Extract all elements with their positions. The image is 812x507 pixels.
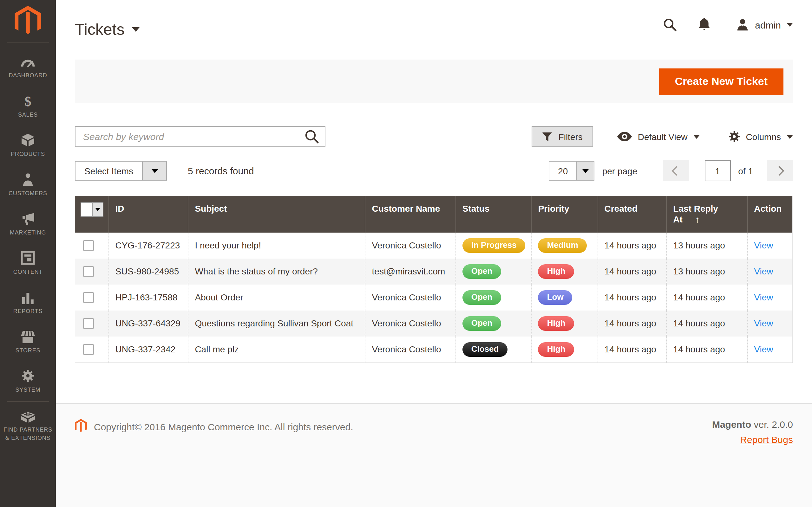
- priority-badge: High: [538, 316, 574, 331]
- per-page-value: 20: [550, 162, 576, 180]
- chevron-right-icon: [774, 166, 784, 176]
- toolbar-divider: [714, 128, 714, 145]
- cell-created: 14 hours ago: [598, 232, 666, 258]
- sidebar-item-label: DASHBOARD: [9, 72, 47, 79]
- sidebar-item-reports[interactable]: REPORTS: [0, 283, 56, 323]
- view-link[interactable]: View: [754, 240, 773, 250]
- cell-subject: What is the status of my order?: [188, 258, 365, 284]
- page-title-caret-icon[interactable]: [132, 27, 140, 32]
- column-header-last-reply-at[interactable]: Last Reply At↑: [666, 196, 747, 232]
- cell-priority: High: [531, 310, 598, 336]
- magento-logo[interactable]: [0, 0, 56, 43]
- select-all-dropdown[interactable]: [92, 203, 103, 216]
- select-all-checkbox[interactable]: [81, 203, 92, 216]
- report-bugs-link[interactable]: Report Bugs: [740, 434, 793, 445]
- cell-priority: Low: [531, 284, 598, 310]
- previous-page-button[interactable]: [663, 160, 689, 181]
- magento-footer-logo: [75, 418, 87, 435]
- tickets-grid: IDSubjectCustomer NameStatusPriorityCrea…: [75, 196, 793, 363]
- cell-last-reply: 14 hours ago: [666, 310, 747, 336]
- keyword-search-input[interactable]: [75, 126, 325, 147]
- columns-gear-icon: [728, 130, 740, 143]
- select-all-header: [75, 196, 108, 232]
- cell-id: UNG-337-2342: [108, 336, 188, 362]
- status-badge: In Progress: [462, 238, 525, 252]
- copyright-text: Copyright© 2016 Magento Commerce Inc. Al…: [94, 421, 353, 432]
- sidebar-item-label: SYSTEM: [15, 386, 41, 394]
- cell-customer-name: test@mirasvit.com: [365, 258, 456, 284]
- row-checkbox[interactable]: [83, 240, 94, 251]
- notifications-bell-icon[interactable]: [698, 18, 711, 32]
- sidebar-item-system[interactable]: SYSTEM: [0, 362, 56, 401]
- admin-username: admin: [755, 19, 781, 30]
- current-page-input[interactable]: [705, 160, 730, 181]
- next-page-button[interactable]: [767, 160, 793, 181]
- cell-status: Open: [456, 258, 531, 284]
- column-header-customer-name[interactable]: Customer Name: [365, 196, 456, 232]
- table-header-row: IDSubjectCustomer NameStatusPriorityCrea…: [75, 196, 793, 232]
- mass-action-dropdown[interactable]: [142, 162, 166, 180]
- priority-badge: Medium: [538, 238, 587, 252]
- table-row: SUS-980-24985What is the status of my or…: [75, 258, 793, 284]
- admin-avatar-icon: [736, 18, 749, 32]
- view-switcher[interactable]: Default View: [618, 131, 700, 142]
- view-link[interactable]: View: [754, 266, 773, 276]
- column-header-status[interactable]: Status: [456, 196, 531, 232]
- cell-last-reply: 13 hours ago: [666, 232, 747, 258]
- filters-button[interactable]: Filters: [532, 126, 594, 147]
- cell-created: 14 hours ago: [598, 336, 666, 362]
- row-checkbox[interactable]: [83, 344, 94, 355]
- column-header-subject[interactable]: Subject: [188, 196, 365, 232]
- sidebar-item-products[interactable]: PRODUCTS: [0, 126, 56, 165]
- row-checkbox-cell: [75, 258, 108, 284]
- cell-id: CYG-176-27223: [108, 232, 188, 258]
- cell-action: View: [747, 258, 793, 284]
- total-pages-text: of 1: [738, 166, 753, 176]
- sidebar-item-label: SALES: [18, 111, 38, 119]
- create-new-ticket-button[interactable]: Create New Ticket: [659, 68, 783, 95]
- cell-priority: Medium: [531, 232, 598, 258]
- cell-created: 14 hours ago: [598, 284, 666, 310]
- version-text: Magento ver. 2.0.0: [712, 418, 793, 429]
- column-header-id[interactable]: ID: [108, 196, 188, 232]
- table-body: CYG-176-27223I need your help!Veronica C…: [75, 232, 793, 362]
- sidebar-item-dashboard[interactable]: DASHBOARD: [0, 48, 56, 87]
- row-checkbox[interactable]: [83, 292, 94, 303]
- sidebar-item-find-partners[interactable]: FIND PARTNERS & EXTENSIONS: [0, 402, 56, 449]
- sidebar-item-customers[interactable]: CUSTOMERS: [0, 165, 56, 205]
- column-header-action[interactable]: Action: [747, 196, 793, 232]
- per-page-dropdown[interactable]: [576, 162, 594, 180]
- admin-account-menu[interactable]: admin: [736, 18, 793, 32]
- customers-person-icon: [21, 173, 35, 187]
- sidebar-item-stores[interactable]: STORES: [0, 323, 56, 362]
- select-all-control[interactable]: [81, 202, 103, 217]
- search-submit-icon[interactable]: [305, 129, 319, 147]
- sidebar-item-content[interactable]: CONTENT: [0, 244, 56, 283]
- global-search-icon[interactable]: [663, 18, 677, 32]
- per-page-select[interactable]: 20: [549, 161, 595, 181]
- cell-action: View: [747, 336, 793, 362]
- row-checkbox[interactable]: [83, 266, 94, 277]
- sidebar-item-sales[interactable]: $ SALES: [0, 87, 56, 126]
- page-actions-bar: Create New Ticket: [75, 60, 793, 103]
- row-checkbox[interactable]: [83, 318, 94, 329]
- row-checkbox-cell: [75, 232, 108, 258]
- system-gear-icon: [21, 369, 35, 383]
- mass-action-select[interactable]: Select Items: [75, 161, 167, 181]
- status-badge: Open: [462, 264, 501, 279]
- column-header-created[interactable]: Created: [598, 196, 666, 232]
- view-link[interactable]: View: [754, 318, 773, 328]
- cell-created: 14 hours ago: [598, 258, 666, 284]
- view-link[interactable]: View: [754, 292, 773, 302]
- row-checkbox-cell: [75, 310, 108, 336]
- columns-label: Columns: [746, 131, 781, 142]
- view-link[interactable]: View: [754, 344, 773, 354]
- sidebar-item-marketing[interactable]: MARKETING: [0, 205, 56, 244]
- table-row: UNG-337-64329Questions regarding Sulliva…: [75, 310, 793, 336]
- products-box-icon: [20, 133, 36, 147]
- keyword-search: [75, 126, 325, 147]
- cell-created: 14 hours ago: [598, 310, 666, 336]
- columns-control[interactable]: Columns: [728, 130, 793, 143]
- column-header-priority[interactable]: Priority: [531, 196, 598, 232]
- view-caret-icon: [693, 135, 700, 138]
